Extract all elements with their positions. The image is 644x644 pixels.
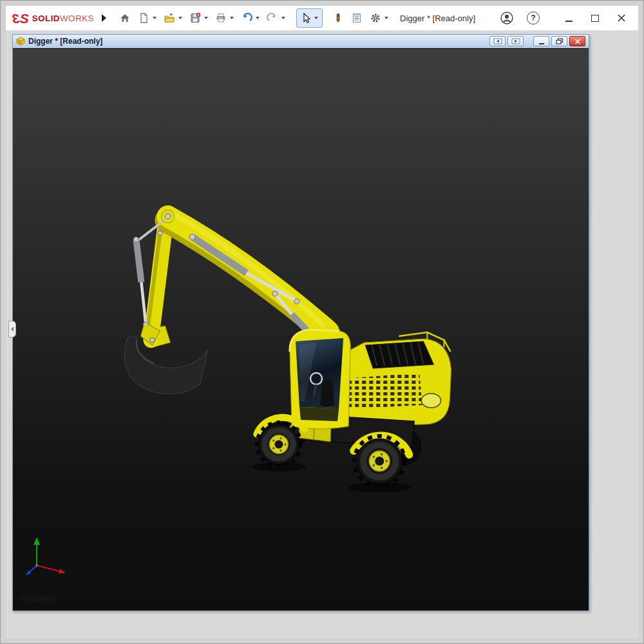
- select-tool-button[interactable]: [296, 8, 323, 28]
- caption-buttons: ?: [499, 10, 629, 26]
- open-caret-icon[interactable]: [178, 17, 182, 19]
- help-button[interactable]: ?: [526, 10, 541, 26]
- child-minimize-icon: [539, 43, 544, 44]
- home-icon: [119, 12, 131, 24]
- options-caret-icon[interactable]: [384, 17, 388, 19]
- redo-caret-icon[interactable]: [281, 17, 285, 19]
- engine-deck: [343, 332, 451, 426]
- mdi-workspace: Digger * [Read-only]: [6, 30, 638, 638]
- child-close-button[interactable]: [569, 36, 585, 46]
- cab: [290, 330, 350, 429]
- file-properties-button[interactable]: [348, 9, 365, 27]
- minimize-button[interactable]: [561, 10, 576, 26]
- options-button[interactable]: [367, 9, 384, 27]
- undo-button[interactable]: [238, 9, 255, 27]
- child-window-title: Digger * [Read-only]: [28, 37, 102, 46]
- select-cursor-icon: [300, 12, 312, 24]
- home-button[interactable]: [117, 9, 133, 27]
- child-minimize-button[interactable]: [533, 36, 549, 46]
- window-frame: 3S SOLIDWORKS: [0, 0, 644, 644]
- pane-left-button[interactable]: [489, 36, 506, 46]
- main-toolbar: 3S SOLIDWORKS: [6, 6, 638, 30]
- close-button[interactable]: [614, 10, 629, 26]
- 3ds-logo-mark: 3S: [12, 12, 29, 25]
- collapse-arrow-icon: [11, 327, 14, 332]
- status-light-button[interactable]: [330, 9, 346, 27]
- solidworks-logo: 3S SOLIDWORKS: [12, 12, 94, 25]
- brand-name: SOLIDWORKS: [32, 14, 94, 23]
- redo-button[interactable]: [264, 9, 281, 27]
- options-gear-icon: [370, 12, 381, 24]
- minimize-icon: [565, 21, 573, 22]
- child-caption-buttons: [489, 36, 585, 46]
- new-document-button[interactable]: [135, 9, 152, 27]
- document-title: Digger * [Read-only]: [400, 14, 475, 23]
- front-wheel: [257, 422, 301, 466]
- child-close-icon: [574, 39, 581, 44]
- child-window-titlebar[interactable]: Digger * [Read-only]: [13, 35, 589, 48]
- view-orientation-label: *Dimetric: [19, 594, 55, 603]
- redo-icon: [267, 12, 278, 24]
- maximize-icon: [591, 15, 599, 22]
- featuremanager-collapse-tab[interactable]: [8, 321, 16, 337]
- child-restore-button[interactable]: [551, 36, 567, 46]
- solidworks-app-window: 3S SOLIDWORKS: [6, 6, 638, 638]
- undo-caret-icon[interactable]: [256, 17, 260, 19]
- new-document-caret-icon[interactable]: [153, 17, 156, 19]
- breadcrumb-chevron-icon[interactable]: [102, 14, 106, 22]
- orientation-triad: [26, 537, 66, 575]
- save-button[interactable]: [187, 9, 204, 27]
- digger-model[interactable]: [124, 210, 451, 493]
- bucket: [124, 326, 207, 394]
- child-document-window: Digger * [Read-only]: [12, 34, 589, 611]
- graphics-viewport[interactable]: *Dimetric: [13, 49, 589, 611]
- pane-right-button[interactable]: [507, 36, 524, 46]
- file-properties-icon: [351, 12, 363, 24]
- user-account-button[interactable]: [499, 10, 515, 26]
- status-light-icon: [332, 12, 344, 24]
- new-document-icon: [138, 12, 149, 24]
- print-icon: [215, 12, 227, 24]
- open-icon: [164, 12, 175, 24]
- help-icon: ?: [527, 12, 540, 24]
- maximize-button[interactable]: [587, 10, 603, 26]
- pane-right-icon: [511, 38, 520, 44]
- child-restore-icon: [556, 38, 564, 44]
- user-account-icon: [500, 11, 514, 25]
- pane-left-icon: [493, 38, 502, 44]
- close-icon: [617, 14, 626, 23]
- select-caret-icon[interactable]: [314, 17, 318, 19]
- print-caret-icon[interactable]: [230, 17, 234, 19]
- print-button[interactable]: [213, 9, 229, 27]
- save-icon: [189, 12, 201, 24]
- open-button[interactable]: [161, 9, 178, 27]
- part-cube-icon: [16, 37, 25, 46]
- undo-icon: [241, 12, 252, 24]
- 3d-scene[interactable]: [13, 49, 589, 611]
- save-caret-icon[interactable]: [204, 17, 208, 19]
- rear-wheel: [354, 436, 404, 486]
